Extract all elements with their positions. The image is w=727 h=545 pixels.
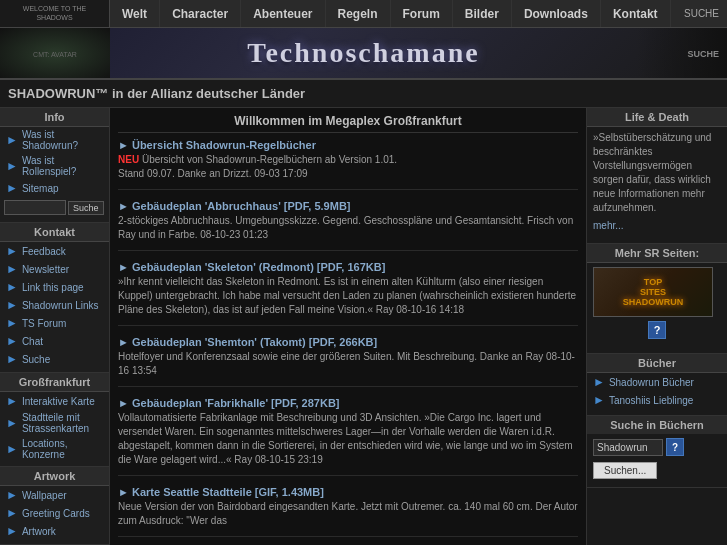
news-body-abbruchhaus: 2-stöckiges Abbruchhaus. Umgebungsskizze…	[118, 214, 578, 242]
mehr-sr-title: Mehr SR Seiten:	[587, 244, 727, 263]
news-item-skeleton: ► Gebäudeplan 'Skeleton' (Redmont) [PDF,…	[118, 261, 578, 326]
life-death-title: Life & Death	[587, 108, 727, 127]
news-title-shemton[interactable]: ► Gebäudeplan 'Shemton' (Takomt) [PDF, 2…	[118, 336, 578, 348]
header-avatar: CMT: AVATAR	[0, 28, 110, 80]
nav-logo: WELCOME TO THE SHADOWS	[0, 0, 110, 27]
bullet-icon: ►	[6, 524, 18, 538]
nav-items: Welt Character Abenteuer Regeln Forum Bi…	[110, 0, 684, 27]
sidebar-item-wallpaper[interactable]: ► Wallpaper	[0, 486, 109, 504]
news-title-abbruchhaus[interactable]: ► Gebäudeplan 'Abbruchhaus' [PDF, 5.9MB]	[118, 200, 578, 212]
bullet-icon: ►	[6, 416, 18, 430]
bullet-icon: ►	[6, 442, 18, 456]
mehr-link[interactable]: mehr...	[593, 219, 721, 233]
bullet-icon: ►	[6, 488, 18, 502]
right-section-buecher: Bücher ► Shadowrun Bücher ► Tanoshiis Li…	[587, 354, 727, 416]
buecher-item-shadowrun[interactable]: ► Shadowrun Bücher	[587, 373, 727, 391]
bullet-icon: ►	[6, 334, 18, 348]
nav-item-bilder[interactable]: Bilder	[453, 0, 512, 27]
sidebar-section-info: Info ► Was ist Shadowrun? ► Was ist Roll…	[0, 108, 109, 223]
news-body-fabrikhalle: Vollautomatisierte Fabrikanlage mit Besc…	[118, 411, 578, 467]
nav-item-welt[interactable]: Welt	[110, 0, 160, 27]
left-sidebar: Info ► Was ist Shadowrun? ► Was ist Roll…	[0, 108, 110, 545]
sidebar-item-was-ist-rollenspiel[interactable]: ► Was ist Rollenspiel?	[0, 153, 109, 179]
news-title-skeleton[interactable]: ► Gebäudeplan 'Skeleton' (Redmont) [PDF,…	[118, 261, 578, 273]
news-body-karte-seattle: Neue Version der von Bairdobard eingesan…	[118, 500, 578, 528]
nav-item-downloads[interactable]: Downloads	[512, 0, 601, 27]
nav-item-forum[interactable]: Forum	[391, 0, 453, 27]
bullet-icon: ►	[6, 394, 18, 408]
nav-item-kontakt[interactable]: Kontakt	[601, 0, 671, 27]
nav-search-label: SUCHE	[684, 0, 727, 27]
main-layout: Info ► Was ist Shadowrun? ► Was ist Roll…	[0, 108, 727, 545]
news-body-skeleton: »Ihr kennt vielleicht das Skeleton in Re…	[118, 275, 578, 317]
right-section-suche-buecher: Suche in Büchern ? Suchen...	[587, 416, 727, 488]
buecher-title: Bücher	[587, 354, 727, 373]
news-body-regelbucher: NEU Übersicht von Shadowrun-Regelbüchern…	[118, 153, 578, 181]
avatar-label: CMT: AVATAR	[33, 51, 77, 58]
suche-buecher-input[interactable]	[593, 439, 663, 456]
sidebar-item-link-page[interactable]: ► Link this page	[0, 278, 109, 296]
suche-buecher-title: Suche in Büchern	[587, 416, 727, 434]
news-item-karte-seattle: ► Karte Seattle Stadtteile [GIF, 1.43MB]…	[118, 486, 578, 537]
nav-item-character[interactable]: Character	[160, 0, 241, 27]
sidebar-item-chat[interactable]: ► Chat	[0, 332, 109, 350]
right-section-life-death: Life & Death »Selbstüberschätzung und be…	[587, 108, 727, 244]
sidebar-item-newsletter[interactable]: ► Newsletter	[0, 260, 109, 278]
sidebar-item-was-ist-shadowrun[interactable]: ► Was ist Shadowrun?	[0, 127, 109, 153]
sidebar-kontakt-title: Kontakt	[0, 223, 109, 242]
sidebar-section-kontakt: Kontakt ► Feedback ► Newsletter ► Link t…	[0, 223, 109, 373]
suche-buecher-question-btn[interactable]: ?	[666, 438, 684, 456]
sidebar-item-artwork[interactable]: ► Artwork	[0, 522, 109, 540]
header-right-text: SUCHE	[687, 49, 719, 59]
bullet-icon: ►	[6, 352, 18, 366]
top-sites-image[interactable]: TOPSITESSHADOWRUN	[593, 267, 713, 317]
buecher-item-tanoshii[interactable]: ► Tanoshiis Lieblinge	[587, 391, 727, 409]
sidebar-grossfrankfurt-title: Großfrankfurt	[0, 373, 109, 392]
top-sites-text: TOPSITESSHADOWRUN	[623, 277, 684, 307]
sidebar-item-greeting-cards[interactable]: ► Greeting Cards	[0, 504, 109, 522]
bullet-icon: ►	[6, 159, 18, 173]
site-header: CMT: AVATAR Technoschamane SUCHE	[0, 28, 727, 80]
sidebar-item-ts-forum[interactable]: ► TS Forum	[0, 314, 109, 332]
sidebar-info-title: Info	[0, 108, 109, 127]
header-right: SUCHE	[637, 28, 727, 80]
news-item-regelbucher: ► Übersicht Shadowrun-Regelbücher NEU Üb…	[118, 139, 578, 190]
sidebar-item-locations[interactable]: ► Locations, Konzerne	[0, 436, 109, 462]
bullet-icon: ►	[6, 181, 18, 195]
sidebar-artwork-title: Artwork	[0, 467, 109, 486]
suchen-button[interactable]: Suchen...	[593, 462, 657, 479]
sidebar-item-karte[interactable]: ► Interaktive Karte	[0, 392, 109, 410]
news-title-karte-seattle[interactable]: ► Karte Seattle Stadtteile [GIF, 1.43MB]	[118, 486, 578, 498]
welcome-title: Willkommen im Megaplex Großfrankfurt	[118, 114, 578, 133]
suche-buecher-row: ?	[587, 434, 727, 460]
center-content: Willkommen im Megaplex Großfrankfurt ► Ü…	[110, 108, 587, 545]
sidebar-item-shadowrun-links[interactable]: ► Shadowrun Links	[0, 296, 109, 314]
life-death-content: »Selbstüberschätzung und beschränktes Vo…	[587, 127, 727, 237]
sidebar-section-artwork: Artwork ► Wallpaper ► Greeting Cards ► A…	[0, 467, 109, 545]
site-title: Technoschamane	[247, 37, 479, 69]
bullet-icon: ►	[6, 244, 18, 258]
top-nav: WELCOME TO THE SHADOWS Welt Character Ab…	[0, 0, 727, 28]
sidebar-section-grossfrankfurt: Großfrankfurt ► Interaktive Karte ► Stad…	[0, 373, 109, 467]
new-badge: NEU	[118, 154, 139, 165]
bullet-icon: ►	[6, 280, 18, 294]
news-title-fabrikhalle[interactable]: ► Gebäudeplan 'Fabrikhalle' [PDF, 287KB]	[118, 397, 578, 409]
bullet-icon: ►	[6, 506, 18, 520]
news-item-abbruchhaus: ► Gebäudeplan 'Abbruchhaus' [PDF, 5.9MB]…	[118, 200, 578, 251]
nav-item-abenteuer[interactable]: Abenteuer	[241, 0, 325, 27]
bullet-icon: ►	[593, 393, 605, 407]
bullet-icon: ►	[6, 298, 18, 312]
sidebar-search-row: Suche	[0, 197, 109, 218]
news-title-regelbucher[interactable]: ► Übersicht Shadowrun-Regelbücher	[118, 139, 578, 151]
question-box[interactable]: ?	[648, 321, 666, 339]
sidebar-item-stadtteile[interactable]: ► Stadtteile mit Strassenkarten	[0, 410, 109, 436]
sidebar-item-sitemap[interactable]: ► Sitemap	[0, 179, 109, 197]
sidebar-item-feedback[interactable]: ► Feedback	[0, 242, 109, 260]
sidebar-search-button[interactable]: Suche	[68, 201, 104, 215]
bullet-icon: ►	[6, 262, 18, 276]
bullet-icon: ►	[593, 375, 605, 389]
news-item-shemton: ► Gebäudeplan 'Shemton' (Takomt) [PDF, 2…	[118, 336, 578, 387]
nav-item-regeln[interactable]: Regeln	[326, 0, 391, 27]
sidebar-item-suche[interactable]: ► Suche	[0, 350, 109, 368]
sidebar-search-input[interactable]	[4, 200, 66, 215]
